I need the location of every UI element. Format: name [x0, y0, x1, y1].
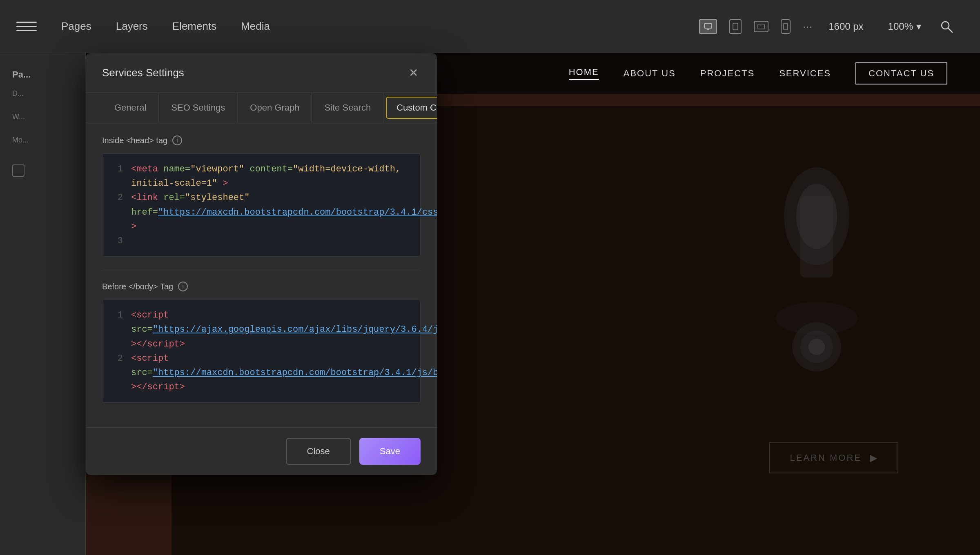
svg-rect-3	[758, 24, 764, 29]
toolbar: Pages Layers Elements Media ··· 1600 px …	[0, 0, 980, 53]
device-icons: ···	[699, 19, 812, 34]
head-code-line-3: 3	[111, 234, 412, 248]
tab-general[interactable]: General	[102, 93, 159, 123]
device-desktop-icon[interactable]	[699, 19, 717, 34]
line-number-3: 3	[111, 234, 123, 248]
device-tablet-icon[interactable]	[729, 19, 742, 34]
modal-footer: Close Save	[86, 427, 437, 475]
head-code-line-2: 2 <link rel="stylesheet" href="https://m…	[111, 191, 412, 234]
nav-elements[interactable]: Elements	[172, 16, 216, 37]
search-button[interactable]	[938, 18, 956, 36]
tab-custom-code[interactable]: Custom Code	[386, 97, 437, 119]
sidebar-more: Mo...	[12, 135, 73, 146]
head-code-line-1: 1 <meta name="viewport" content="width=d…	[111, 162, 412, 191]
body-line-number-1: 1	[111, 308, 123, 351]
svg-rect-4	[784, 23, 788, 30]
body-tag-text: Before </body> Tag	[102, 282, 173, 291]
body-code-editor[interactable]: 1 <script src="https://ajax.googleapis.c…	[102, 300, 421, 403]
head-tag-label: Inside <head> tag i	[102, 135, 421, 145]
line-number-2: 2	[111, 191, 123, 234]
zoom-control[interactable]: 100% ▾	[888, 21, 921, 32]
body-info-icon[interactable]: i	[178, 282, 188, 291]
body-line-number-2: 2	[111, 351, 123, 395]
section-divider	[102, 269, 421, 269]
svg-line-6	[948, 28, 952, 32]
device-mobile-icon[interactable]	[781, 19, 791, 34]
website-nav-contact[interactable]: CONTACT US	[855, 62, 947, 84]
head-code-editor[interactable]: 1 <meta name="viewport" content="width=d…	[102, 153, 421, 257]
services-settings-modal: Services Settings ✕ General SEO Settings…	[86, 53, 437, 475]
modal-title: Services Settings	[102, 67, 184, 79]
head-info-icon[interactable]: i	[172, 135, 182, 145]
website-nav-home[interactable]: HOME	[569, 67, 599, 80]
sidebar-page-item[interactable]	[12, 158, 73, 183]
canvas-width: 1600 px	[829, 21, 863, 32]
head-line-3-content	[131, 234, 412, 248]
line-number-1: 1	[111, 162, 123, 191]
nav-media[interactable]: Media	[241, 16, 270, 37]
body-code-line-2: 2 <script src="https://maxcdn.bootstrapc…	[111, 351, 412, 395]
svg-rect-2	[733, 23, 738, 30]
left-sidebar: Pa... D... W... Mo...	[0, 53, 86, 555]
svg-rect-0	[704, 24, 712, 28]
tab-site-search[interactable]: Site Search	[312, 93, 383, 123]
zoom-chevron-icon: ▾	[916, 21, 921, 32]
head-line-1-content: <meta name="viewport" content="width=dev…	[131, 162, 412, 191]
modal-tabs: General SEO Settings Open Graph Site Sea…	[86, 93, 437, 123]
modal-close-button[interactable]: ✕	[406, 65, 421, 80]
tab-open-graph[interactable]: Open Graph	[238, 93, 312, 123]
hamburger-menu[interactable]	[16, 18, 37, 35]
zoom-value: 100%	[888, 21, 913, 32]
sidebar-desc: D...	[12, 88, 73, 99]
body-tag-label: Before </body> Tag i	[102, 282, 421, 291]
head-tag-text: Inside <head> tag	[102, 136, 167, 145]
nav-layers[interactable]: Layers	[116, 16, 148, 37]
more-devices-icon[interactable]: ···	[803, 20, 812, 33]
website-nav-about[interactable]: ABOUT US	[624, 68, 676, 79]
device-tablet-landscape-icon[interactable]	[754, 21, 768, 32]
toolbar-nav: Pages Layers Elements Media	[61, 16, 699, 37]
sidebar-width: W...	[12, 111, 73, 122]
tab-seo-settings[interactable]: SEO Settings	[159, 93, 238, 123]
website-nav-services[interactable]: SERVICES	[779, 68, 831, 79]
head-line-2-content: <link rel="stylesheet" href="https://max…	[131, 191, 437, 234]
close-button[interactable]: Close	[286, 438, 351, 465]
body-line-1-content: <script src="https://ajax.googleapis.com…	[131, 308, 437, 351]
body-line-2-content: <script src="https://maxcdn.bootstrapcdn…	[131, 351, 437, 395]
nav-pages[interactable]: Pages	[61, 16, 91, 37]
save-button[interactable]: Save	[359, 438, 421, 465]
modal-body: Inside <head> tag i 1 <meta name="viewpo…	[86, 123, 437, 427]
page-icon	[12, 164, 24, 177]
website-nav-projects[interactable]: PROJECTS	[700, 68, 755, 79]
modal-header: Services Settings ✕	[86, 53, 437, 93]
sidebar-pages-label: Pa...	[12, 69, 73, 80]
body-code-line-1: 1 <script src="https://ajax.googleapis.c…	[111, 308, 412, 351]
